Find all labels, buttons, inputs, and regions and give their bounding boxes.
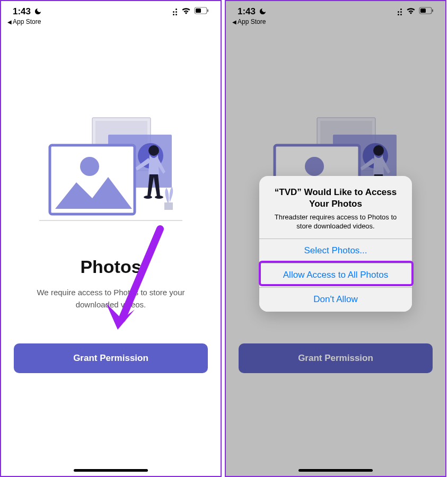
battery-icon (194, 6, 209, 17)
battery-icon (419, 6, 434, 17)
home-indicator[interactable] (74, 469, 148, 472)
dnd-moon-icon (34, 7, 42, 16)
allow-all-photos-option[interactable]: Allow Access to All Photos (259, 263, 412, 287)
home-indicator[interactable] (298, 469, 373, 472)
permission-dialog-description: Threadster requires access to Photos to … (269, 213, 402, 231)
svg-point-10 (148, 145, 159, 156)
back-caret-icon: ◀ (7, 19, 12, 25)
wifi-icon (406, 6, 416, 17)
svg-point-25 (373, 145, 384, 156)
permission-dialog: “TVD” Would Like to Access Your Photos T… (259, 176, 412, 312)
grant-permission-button[interactable]: Grant Permission (14, 343, 208, 373)
status-time: 1:43 (13, 6, 31, 17)
grant-permission-button[interactable]: Grant Permission (239, 343, 433, 373)
dnd-moon-icon (259, 7, 267, 16)
status-bar: 1:43 (226, 1, 445, 18)
svg-rect-1 (196, 8, 201, 13)
status-time: 1:43 (238, 6, 256, 17)
phone-screen-left: 1:43 ◀App Store (0, 0, 222, 477)
page-title: Photos (80, 257, 141, 277)
svg-point-23 (305, 157, 324, 176)
wifi-icon (181, 6, 191, 17)
photos-illustration (39, 113, 182, 225)
cellular-icon (398, 8, 402, 15)
back-to-app-store[interactable]: ◀App Store (1, 18, 221, 29)
permission-dialog-title: “TVD” Would Like to Access Your Photos (269, 187, 402, 210)
svg-point-12 (155, 196, 163, 199)
svg-point-8 (80, 157, 99, 176)
svg-rect-2 (207, 10, 208, 12)
back-to-app-store[interactable]: ◀App Store (226, 18, 445, 29)
page-subtext: We require access to Photos to store you… (21, 287, 201, 311)
cellular-icon (173, 8, 177, 15)
svg-rect-13 (164, 202, 173, 210)
svg-rect-16 (420, 8, 426, 13)
phone-screen-right: 1:43 ◀App Store (225, 0, 446, 477)
back-caret-icon: ◀ (232, 19, 236, 25)
dont-allow-option[interactable]: Don't Allow (259, 287, 412, 312)
svg-rect-17 (432, 10, 433, 12)
select-photos-option[interactable]: Select Photos... (259, 238, 412, 263)
status-bar: 1:43 (1, 1, 221, 18)
svg-point-11 (144, 196, 152, 199)
